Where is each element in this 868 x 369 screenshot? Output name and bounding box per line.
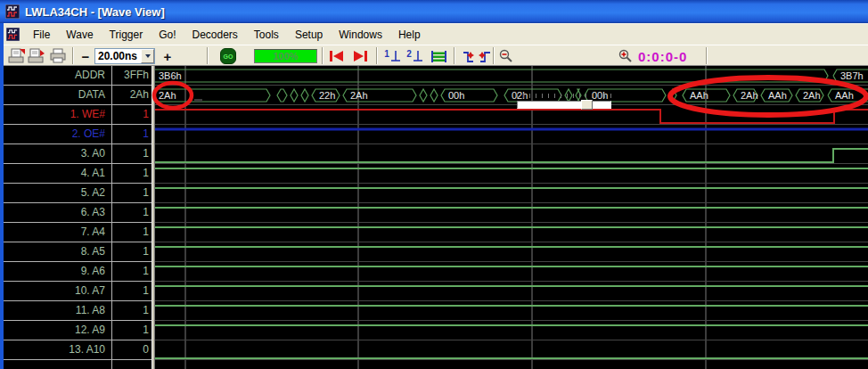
svg-text:22h: 22h [319, 90, 335, 101]
goto-trigger-start-button[interactable] [326, 45, 346, 67]
last-marker-icon [353, 50, 368, 62]
menu-item-trigger[interactable]: Trigger [102, 24, 151, 45]
menu-item-setup[interactable]: Setup [287, 24, 331, 45]
svg-text:2Ah: 2Ah [741, 90, 758, 101]
toolbar: − 20.00ns + GO 100% 1 [4, 45, 868, 66]
svg-text:3B7h: 3B7h [840, 70, 864, 81]
export-icon [28, 48, 45, 64]
timebase-combobox[interactable]: 20.00ns [94, 48, 155, 64]
zoom-slider-thumb[interactable] [581, 100, 593, 110]
title-bar[interactable]: LWLA34CH - [Wave View] [0, 0, 868, 23]
toolbar-separator [207, 47, 209, 64]
zoom-in-button[interactable] [617, 45, 634, 67]
import-icon [8, 48, 26, 64]
trigger-rising-edge-button[interactable] [477, 45, 493, 67]
window-title: LWLA34CH - [Wave View] [25, 5, 165, 19]
menu-items: FileWaveTriggerGo!DecodersToolsSetupWind… [25, 24, 429, 45]
menu-item-help[interactable]: Help [390, 24, 429, 45]
progress-percent: 100% [273, 51, 298, 62]
zoom-slider-track[interactable] [517, 101, 611, 109]
bus-lanes-icon [430, 50, 447, 63]
zoom-slider-ruler [517, 94, 611, 98]
marker-1-label: 1 [384, 49, 389, 59]
timebase-plus-button[interactable]: + [160, 45, 175, 67]
goto-trigger-end-button[interactable] [350, 45, 370, 67]
toolbar-separator [706, 47, 708, 64]
svg-text:2Ah: 2Ah [159, 90, 176, 101]
import-button[interactable] [7, 45, 27, 67]
svg-text:AAh: AAh [768, 90, 787, 101]
timebase-value: 20.00ns [95, 50, 141, 62]
marker-pin-icon [390, 50, 402, 63]
marker-2-button[interactable]: 2 [405, 45, 425, 67]
document-menu-icon[interactable] [6, 28, 20, 41]
print-icon [49, 48, 67, 64]
zoom-in-icon [618, 49, 633, 63]
zoom-out-button[interactable] [497, 45, 514, 67]
acquisition-progress-bar: 100% [254, 49, 317, 63]
bus-view-button[interactable] [429, 45, 448, 67]
rising-edge-icon [479, 50, 492, 63]
first-marker-icon [329, 50, 344, 62]
menu-item-decoders[interactable]: Decoders [184, 24, 246, 45]
menu-item-windows[interactable]: Windows [331, 24, 390, 45]
go-button[interactable]: GO [220, 48, 236, 64]
menu-bar: FileWaveTriggerGo!DecodersToolsSetupWind… [4, 23, 868, 45]
falling-edge-icon [462, 50, 475, 63]
svg-text:AAh: AAh [835, 90, 854, 101]
toolbar-separator [376, 47, 378, 64]
timebase-dropdown-button[interactable] [141, 49, 154, 63]
svg-text:2Ah: 2Ah [350, 90, 368, 101]
toolbar-separator [322, 47, 323, 64]
marker-1-button[interactable]: 1 [383, 45, 403, 67]
dash-icon [194, 99, 202, 102]
svg-text:2Ah: 2Ah [803, 90, 821, 101]
app-window: LWLA34CH - [Wave View] FileWaveTriggerGo… [0, 0, 868, 369]
app-logo-icon[interactable] [5, 4, 20, 19]
marker-pin-icon [413, 50, 424, 63]
menu-item-file[interactable]: File [25, 24, 58, 45]
menu-item-tools[interactable]: Tools [246, 24, 287, 45]
menu-item-wave[interactable]: Wave [58, 24, 101, 45]
toolbar-separator [72, 47, 74, 64]
toolbar-separator [454, 47, 455, 64]
marker-2-label: 2 [406, 49, 412, 59]
zoom-out-icon [499, 49, 513, 63]
export-button[interactable] [27, 45, 46, 67]
print-button[interactable] [48, 45, 68, 67]
svg-text:00h: 00h [448, 90, 464, 101]
svg-text:AAh: AAh [690, 90, 708, 101]
svg-text:3B6h: 3B6h [159, 70, 182, 81]
timebase-minus-button[interactable]: − [78, 45, 93, 67]
menu-item-go[interactable]: Go! [151, 24, 184, 45]
trigger-position-display: 0:0:0-0 [638, 47, 687, 65]
trigger-falling-edge-button[interactable] [460, 45, 476, 67]
toolbar-separator [493, 47, 495, 64]
chevron-down-icon [145, 54, 151, 58]
